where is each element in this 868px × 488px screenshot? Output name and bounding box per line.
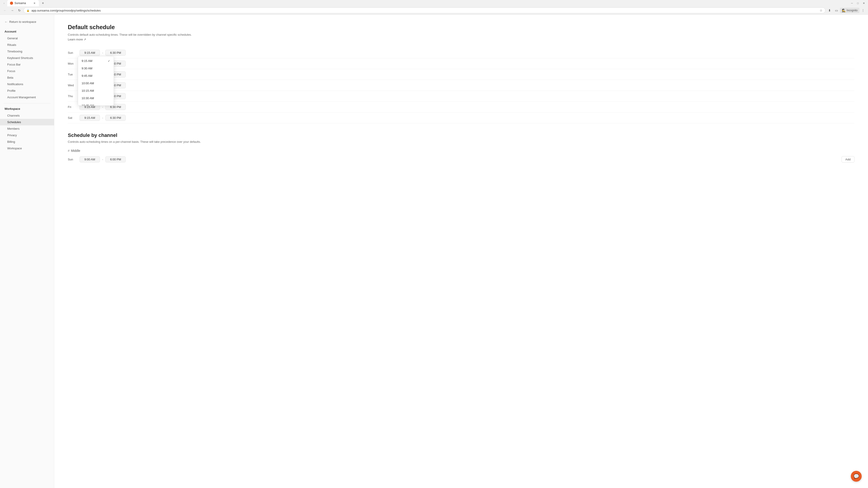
time-separator-sun: - <box>102 51 103 55</box>
sidebar-item-focus-bar[interactable]: Focus Bar <box>0 61 54 68</box>
schedule-row-mon: Mon 9:15 AM - 6:30 PM <box>68 58 855 69</box>
sidebar-item-focus[interactable]: Focus <box>0 68 54 74</box>
check-icon: ✓ <box>108 59 110 63</box>
incognito-icon: 🕵 <box>842 8 846 12</box>
chat-support-button[interactable]: 💬 <box>851 471 862 482</box>
browser-menu-button[interactable]: ⋮ <box>860 7 866 13</box>
forward-nav-button[interactable]: → <box>9 7 16 13</box>
sidebar-item-beta[interactable]: Beta <box>0 74 54 81</box>
dropdown-item-1030am[interactable]: 10:30 AM <box>78 94 114 102</box>
sidebar-item-notifications[interactable]: Notifications <box>0 81 54 88</box>
sun-time-selector: 9:15 AM - 6:30 PM <box>80 50 126 56</box>
sidebar-toggle-button[interactable]: ▭ <box>833 7 839 13</box>
schedule-row-fri: Fri 9:15 AM - 6:30 PM <box>68 102 855 112</box>
return-to-workspace-label: Return to workspace <box>9 20 36 24</box>
maximize-button[interactable]: □ <box>855 1 860 6</box>
back-nav-button[interactable]: ← <box>2 7 8 13</box>
sidebar-item-members[interactable]: Members <box>0 125 54 132</box>
sidebar-item-profile[interactable]: Profile <box>0 88 54 94</box>
refresh-button[interactable]: ↻ <box>16 7 23 13</box>
new-tab-button[interactable]: + <box>40 0 46 6</box>
schedule-row-sat: Sat 9:15 AM - 6:30 PM <box>68 112 855 123</box>
sidebar-item-workspace[interactable]: Workspace <box>0 145 54 152</box>
bookmark-icon[interactable]: ☆ <box>819 8 823 12</box>
sidebar-item-rituals[interactable]: Rituals <box>0 41 54 48</box>
dropdown-item-label: 9:30 AM <box>82 67 92 70</box>
channel-group-middle: # Middle Sun 9:00 AM - 6:00 PM Add <box>68 149 855 164</box>
active-tab[interactable]: Sunsama ✕ <box>7 0 39 6</box>
channel-name: Middle <box>71 149 80 153</box>
dropdown-item-915am[interactable]: 9:15 AM ✓ <box>78 57 114 65</box>
tab-title: Sunsama <box>14 2 26 5</box>
external-link-icon: ↗ <box>84 38 86 41</box>
channel-sun-end-time-button[interactable]: 6:00 PM <box>105 156 126 162</box>
default-schedule-desc: Controls default auto-scheduling times. … <box>68 33 855 36</box>
return-arrow-icon: ← <box>4 20 7 24</box>
time-dropdown: 9:15 AM ✓ 9:30 AM 9:45 AM 10:00 AM 10:15… <box>78 56 114 106</box>
dropdown-item-1045am[interactable]: 10:45 AM <box>78 102 114 106</box>
incognito-badge: 🕵 Incognito <box>840 8 860 13</box>
day-label-tue: Tue <box>68 73 77 76</box>
dropdown-item-930am[interactable]: 9:30 AM <box>78 65 114 72</box>
sat-time-selector: 9:15 AM - 6:30 PM <box>80 115 126 121</box>
sun-start-time-button[interactable]: 9:15 AM <box>80 50 100 56</box>
tab-close-button[interactable]: ✕ <box>33 1 36 5</box>
sidebar-item-keyboard-shortcuts[interactable]: Keyboard Shortcuts <box>0 55 54 61</box>
schedule-row-wed: Wed 9:15 AM - 6:30 PM <box>68 80 855 91</box>
channel-sun-start-time-button[interactable]: 9:00 AM <box>80 156 100 162</box>
channel-label: # Middle <box>68 149 855 153</box>
sidebar-item-timeboxing[interactable]: Timeboxing <box>0 48 54 55</box>
url-display: app.sunsama.com/group/moodjoy/settings/s… <box>31 9 818 12</box>
sidebar-item-account-management[interactable]: Account Management <box>0 94 54 101</box>
nav-actions: ⬇ ▭ 🕵 Incognito ⋮ <box>827 7 866 13</box>
nav-bar: ← → ↻ 🔒 app.sunsama.com/group/moodjoy/se… <box>0 6 868 14</box>
sidebar-item-billing[interactable]: Billing <box>0 138 54 145</box>
dropdown-item-label: 10:45 AM <box>82 104 94 106</box>
schedule-row-tue: Tue 9:15 AM - 6:30 PM <box>68 69 855 80</box>
account-section-label: Account <box>0 29 54 35</box>
learn-more-link[interactable]: Learn more ↗ <box>68 38 855 41</box>
day-label-sun: Sun <box>68 51 77 55</box>
address-bar[interactable]: 🔒 app.sunsama.com/group/moodjoy/settings… <box>24 7 826 13</box>
hash-icon: # <box>68 149 70 153</box>
dropdown-item-label: 9:45 AM <box>82 74 92 77</box>
channel-day-label-sun: Sun <box>68 158 77 161</box>
dropdown-item-label: 10:30 AM <box>82 96 94 100</box>
sidebar: ← Return to workspace Account General Ri… <box>0 15 54 488</box>
dropdown-item-1000am[interactable]: 10:00 AM <box>78 79 114 87</box>
default-schedule-title: Default schedule <box>68 24 855 31</box>
dropdown-item-1015am[interactable]: 10:15 AM <box>78 87 114 94</box>
main-content: Default schedule Controls default auto-s… <box>54 15 868 488</box>
browser-chrome: ‹ Sunsama ✕ + ─ □ ✕ ← → ↻ 🔒 app.sunsama.… <box>0 0 868 15</box>
schedule-by-channel-desc: Controls auto-scheduling times on a per-… <box>68 140 855 143</box>
dropdown-item-label: 9:15 AM <box>82 59 92 63</box>
minimize-button[interactable]: ─ <box>849 1 855 6</box>
schedule-row-thu: Thu 9:15 AM - 6:30 PM <box>68 91 855 102</box>
sidebar-item-privacy[interactable]: Privacy <box>0 132 54 138</box>
dropdown-item-945am[interactable]: 9:45 AM <box>78 72 114 79</box>
app-container: ← Return to workspace Account General Ri… <box>0 15 868 488</box>
dropdown-item-label: 10:00 AM <box>82 82 94 85</box>
back-browser-btn[interactable]: ‹ <box>2 1 6 5</box>
day-label-fri: Fri <box>68 105 77 109</box>
close-window-button[interactable]: ✕ <box>861 1 866 6</box>
sat-start-time-button[interactable]: 9:15 AM <box>80 115 100 121</box>
channel-sun-time-selector: 9:00 AM - 6:00 PM <box>80 156 126 162</box>
day-label-sat: Sat <box>68 116 77 120</box>
day-label-wed: Wed <box>68 84 77 87</box>
sat-end-time-button[interactable]: 6:30 PM <box>105 115 126 121</box>
sidebar-item-general[interactable]: General <box>0 35 54 41</box>
add-schedule-button[interactable]: Add <box>842 156 855 163</box>
chat-bubble-icon: 💬 <box>854 474 859 479</box>
learn-more-text: Learn more <box>68 38 83 41</box>
channel-schedule-row-sun: Sun 9:00 AM - 6:00 PM Add <box>68 154 855 164</box>
schedule-by-channel-title: Schedule by channel <box>68 132 855 138</box>
dropdown-item-label: 10:15 AM <box>82 89 94 92</box>
return-to-workspace-link[interactable]: ← Return to workspace <box>0 18 54 25</box>
sunsama-favicon <box>10 2 13 5</box>
download-button[interactable]: ⬇ <box>827 7 833 13</box>
sidebar-item-channels[interactable]: Channels <box>0 112 54 119</box>
sun-end-time-button[interactable]: 6:30 PM <box>105 50 126 56</box>
sidebar-item-schedules[interactable]: Schedules <box>0 119 54 125</box>
incognito-label: Incognito <box>846 9 858 12</box>
